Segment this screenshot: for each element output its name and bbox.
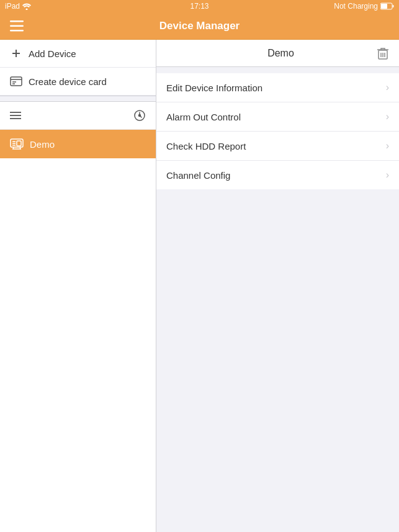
- detail-panel: Demo Edit Device Information › Alarm Out: [156, 40, 399, 532]
- sidebar: Add Device Create device card: [0, 40, 156, 532]
- sidebar-actions: Add Device Create device card: [0, 40, 156, 96]
- sidebar-toolbar: [0, 102, 156, 130]
- detail-header: Demo: [156, 40, 399, 67]
- detail-section-divider: [156, 67, 399, 73]
- svg-rect-25: [17, 141, 21, 146]
- add-device-button[interactable]: Add Device: [0, 40, 156, 68]
- svg-rect-5: [10, 25, 24, 27]
- menu-button[interactable]: [6, 17, 27, 35]
- nav-bar: Device Manager: [0, 12, 399, 40]
- clock-icon[interactable]: [131, 107, 148, 124]
- status-bar: iPad 17:13 Not Charging: [0, 0, 399, 12]
- menu-item-label: Edit Device Information: [166, 83, 262, 93]
- svg-rect-6: [10, 30, 24, 32]
- menu-icon: [10, 20, 24, 32]
- svg-rect-2: [393, 5, 394, 7]
- chevron-right-icon: ›: [386, 169, 389, 181]
- plus-icon: [10, 47, 22, 60]
- device-item-label: Demo: [30, 139, 55, 150]
- detail-title: Demo: [185, 48, 377, 59]
- status-left: iPad: [5, 2, 31, 11]
- wifi-icon: [22, 3, 31, 10]
- sidebar-divider: [0, 96, 156, 102]
- menu-item-label: Check HDD Report: [166, 141, 246, 151]
- chevron-right-icon: ›: [386, 111, 389, 122]
- svg-point-17: [139, 115, 141, 117]
- main-layout: Add Device Create device card: [0, 40, 399, 532]
- device-item-demo[interactable]: Demo: [0, 130, 156, 158]
- add-device-label: Add Device: [29, 48, 76, 59]
- device-monitor-icon: [10, 137, 24, 151]
- menu-item-alarm-out-control[interactable]: Alarm Out Control ›: [156, 102, 399, 132]
- menu-item-edit-device-info[interactable]: Edit Device Information ›: [156, 73, 399, 102]
- menu-item-channel-config[interactable]: Channel Config ›: [156, 161, 399, 189]
- charging-label: Not Charging: [334, 2, 378, 11]
- delete-button[interactable]: [377, 47, 389, 60]
- trash-icon: [377, 47, 389, 60]
- svg-rect-3: [381, 4, 387, 9]
- device-list: Demo: [0, 130, 156, 158]
- svg-rect-4: [10, 20, 24, 22]
- create-device-card-button[interactable]: Create device card: [0, 68, 156, 96]
- battery-icon: [380, 2, 394, 10]
- chevron-right-icon: ›: [386, 82, 389, 93]
- svg-rect-9: [11, 77, 22, 86]
- create-device-card-label: Create device card: [29, 76, 107, 87]
- card-icon: [10, 75, 22, 88]
- menu-item-label: Channel Config: [166, 170, 230, 181]
- status-right: Not Charging: [334, 2, 394, 11]
- status-time: 17:13: [190, 2, 208, 11]
- svg-point-0: [26, 8, 28, 10]
- hamburger-icon[interactable]: [7, 109, 24, 122]
- menu-item-label: Alarm Out Control: [166, 112, 241, 122]
- page-title: Device Manager: [159, 20, 240, 32]
- chevron-right-icon: ›: [386, 140, 389, 151]
- menu-item-check-hdd-report[interactable]: Check HDD Report ›: [156, 132, 399, 161]
- carrier-label: iPad: [5, 2, 20, 11]
- detail-menu-list: Edit Device Information › Alarm Out Cont…: [156, 73, 399, 189]
